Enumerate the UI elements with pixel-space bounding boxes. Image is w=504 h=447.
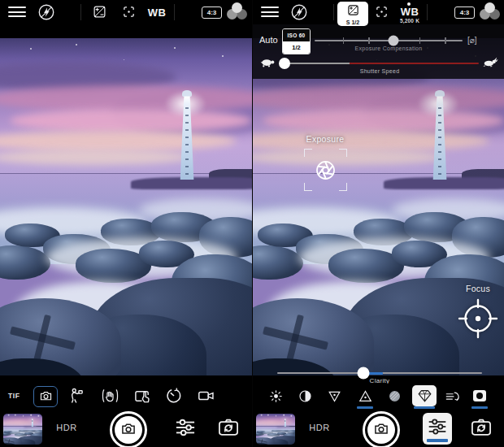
contrast-icon[interactable] — [295, 386, 315, 406]
slider-tick — [445, 37, 446, 44]
aspect-ratio-badge[interactable]: 4:3 — [454, 7, 475, 19]
mode-anti-shake-icon[interactable] — [101, 387, 120, 406]
adjustments-active-underline — [427, 439, 448, 442]
white-balance-button[interactable]: WB — [397, 6, 423, 18]
menu-icon[interactable] — [261, 7, 279, 18]
shutter-button[interactable] — [110, 411, 147, 447]
photo-star — [76, 44, 77, 46]
photo-cloud — [0, 150, 192, 165]
flip-camera-icon[interactable] — [469, 416, 493, 440]
auto-exposure-button[interactable]: Auto — [259, 35, 278, 45]
vignette-modified-underline — [471, 406, 488, 409]
slider-tick — [419, 37, 421, 44]
mode-self-timer-icon[interactable] — [165, 387, 185, 406]
dehaze-icon[interactable] — [442, 386, 462, 406]
focus-reticle-label: Focus — [454, 284, 502, 293]
shutter-speed-slider[interactable] — [280, 63, 479, 65]
exposure-compensation-slider[interactable] — [315, 40, 463, 41]
shutter-slider-thumb[interactable] — [279, 58, 290, 69]
divider — [80, 4, 81, 20]
gallery-thumbnail[interactable] — [256, 414, 295, 445]
bracket-corner — [304, 183, 312, 191]
exposure-compensation-icon — [347, 4, 359, 16]
adjustments-bar — [253, 384, 504, 410]
hdr-toggle[interactable]: HDR — [50, 423, 83, 432]
menu-icon[interactable] — [8, 7, 26, 18]
clarity-modified-underline — [414, 406, 435, 409]
exposure-compensation-selected[interactable]: S 1/2 — [337, 2, 368, 26]
white-balance-button[interactable]: WB — [144, 7, 170, 19]
flip-camera-icon[interactable] — [216, 416, 241, 440]
slider-tick — [343, 37, 345, 44]
viewfinder-photo — [3, 414, 42, 445]
lighthouse-windows — [285, 420, 286, 427]
file-format-button[interactable]: TIF — [8, 392, 20, 400]
brightness-icon[interactable] — [266, 386, 285, 406]
adjustments-toggle-selected[interactable] — [423, 413, 452, 445]
profile-circles-avatar[interactable] — [480, 2, 501, 21]
viewfinder[interactable] — [0, 38, 252, 375]
exposure-compensation-icon[interactable] — [93, 5, 111, 23]
turtle-icon[interactable] — [259, 57, 276, 72]
noise-reduction-icon[interactable] — [385, 386, 404, 406]
mode-photo-selected[interactable] — [33, 386, 58, 407]
camera-panel-left: WB 4:3 TIF — [0, 0, 252, 447]
vignette-icon[interactable] — [470, 386, 489, 406]
divider — [333, 4, 334, 20]
photo-cloud — [10, 109, 252, 132]
iso-shutter-badge[interactable]: ISO 60 1/2 — [282, 28, 311, 54]
mode-video-icon[interactable] — [197, 387, 216, 406]
photo-big-rock — [256, 443, 269, 445]
lighthouse-windows — [185, 107, 189, 175]
flash-icon[interactable] — [290, 3, 308, 21]
bracket-corner — [339, 183, 347, 191]
camera-app-comparison: WB 4:3 TIF — [0, 0, 504, 447]
rabbit-icon[interactable] — [482, 55, 498, 71]
photo-big-rock — [3, 443, 16, 445]
ev-slider-thumb[interactable] — [389, 36, 399, 46]
lighthouse-windows — [33, 420, 33, 427]
exposure-reticle-label: Exposure — [293, 134, 358, 144]
gallery-thumbnail[interactable] — [3, 414, 42, 445]
clarity-selected-box[interactable] — [412, 385, 437, 406]
camera-icon — [39, 389, 53, 403]
clarity-slider[interactable] — [277, 372, 482, 374]
saturation-icon[interactable] — [324, 386, 344, 406]
bracket-corner — [339, 149, 347, 157]
ev-reset-button[interactable]: [⌀] — [467, 36, 477, 45]
iso-value: ISO 60 — [283, 29, 310, 41]
exposure-reticle[interactable] — [304, 149, 347, 191]
viewfinder-photo — [0, 38, 252, 375]
shutter-slider-label: Shutter Speed — [280, 68, 479, 74]
aperture-icon — [315, 159, 337, 184]
mode-portrait-icon[interactable] — [67, 387, 87, 406]
photo-star — [222, 55, 224, 57]
divider — [427, 4, 428, 20]
mode-touch-shutter-icon[interactable] — [133, 387, 153, 406]
adjustments-toggle-icon — [427, 416, 448, 437]
shutter-button[interactable] — [363, 411, 400, 447]
divider — [174, 4, 175, 20]
exposure-controls-panel: Auto ISO 60 1/2 Exposure Compensation [⌀… — [253, 24, 504, 79]
profile-circles-avatar[interactable] — [227, 2, 248, 21]
hdr-toggle[interactable]: HDR — [303, 423, 336, 432]
autofocus-reticle-icon[interactable] — [122, 5, 140, 23]
adjustments-toggle-icon[interactable] — [173, 416, 198, 440]
focus-crosshair-icon — [457, 297, 499, 340]
bottom-bar: HDR — [253, 410, 504, 447]
slider-tick — [368, 37, 370, 44]
aspect-ratio-badge[interactable]: 4:3 — [202, 7, 222, 19]
bracket-corner — [304, 149, 312, 157]
sharpness-icon[interactable] — [355, 386, 375, 406]
viewfinder-photo — [256, 414, 295, 445]
autofocus-reticle-icon[interactable] — [375, 5, 393, 23]
shutter-camera-icon — [115, 416, 142, 444]
wb-kelvin-value: 5,200 K — [393, 18, 427, 24]
top-bar: WB 4:3 — [0, 0, 252, 24]
clarity-gem-icon — [417, 388, 432, 403]
capture-mode-bar: TIF — [0, 384, 252, 410]
photo-star — [174, 47, 176, 49]
focus-reticle[interactable] — [457, 297, 499, 340]
flash-icon[interactable] — [37, 3, 55, 21]
shutter-value-badge: S 1/2 — [337, 20, 368, 25]
